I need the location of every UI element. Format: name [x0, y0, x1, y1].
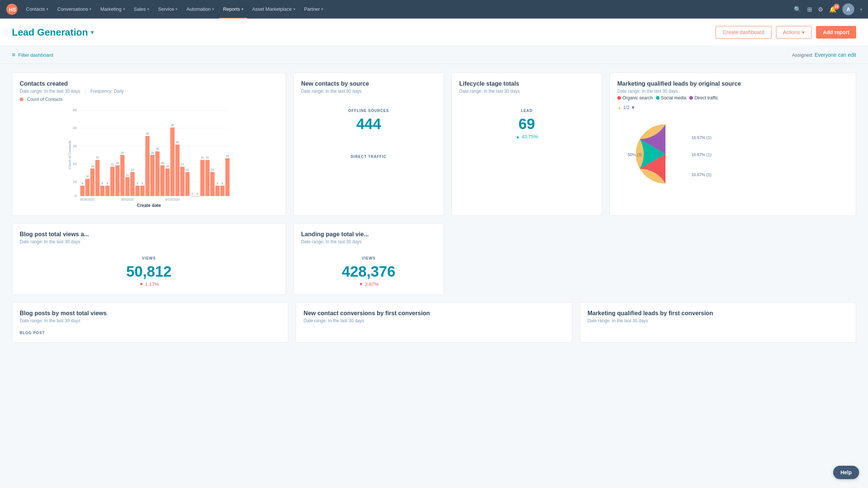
hubspot-logo[interactable]: HS [6, 3, 18, 15]
direct-traffic-label: DIRECT TRAFFIC [301, 155, 436, 159]
nav-reports[interactable]: Reports ▾ [219, 0, 247, 19]
card-date-blog-top: Date range: In the last 30 days [20, 318, 280, 323]
svg-text:16.67% (1): 16.67% (1) [691, 152, 711, 157]
svg-rect-17 [85, 179, 90, 196]
chevron-down-icon: ▾ [321, 7, 323, 11]
svg-text:30: 30 [73, 144, 77, 148]
nav-service[interactable]: Service ▾ [154, 0, 181, 19]
svg-text:6: 6 [142, 182, 143, 185]
svg-text:40: 40 [171, 124, 174, 126]
svg-text:18: 18 [161, 162, 164, 164]
nav-marketing[interactable]: Marketing ▾ [96, 0, 128, 19]
grid-icon[interactable]: ⊞ [807, 6, 812, 13]
svg-text:8/26/2020: 8/26/2020 [80, 198, 95, 201]
lead-value: 69 [459, 116, 594, 132]
blog-post-views-card: Blog post total views a... Date range: I… [12, 223, 286, 295]
dashboard-row-1: Contacts created Date range: In the last… [12, 73, 856, 216]
svg-text:9/5/2020: 9/5/2020 [121, 198, 134, 201]
dashboard-row-2: Blog posts by most total views Date rang… [12, 302, 856, 343]
svg-rect-37 [135, 186, 140, 196]
mql-first-conversion-card: Marketing qualified leads by first conve… [580, 302, 856, 343]
legend-dot [20, 98, 23, 101]
views-change-landing: ▼ 2.87% [301, 281, 436, 287]
svg-text:17: 17 [111, 163, 114, 166]
actions-chevron-icon: ▾ [802, 29, 805, 35]
svg-rect-51 [170, 128, 175, 196]
top-navigation: HS Contacts ▾ Conversations ▾ Marketing … [0, 0, 868, 19]
mql-by-source-card: Marketing qualified leads by original so… [609, 73, 856, 216]
svg-rect-21 [95, 160, 100, 196]
svg-rect-47 [160, 165, 165, 196]
header-actions: Create dashboard Actions ▾ Add report [716, 26, 856, 39]
svg-rect-29 [115, 165, 120, 196]
svg-text:14: 14 [211, 168, 214, 171]
blog-posts-top-card: Blog posts by most total views Date rang… [12, 302, 288, 343]
actions-button[interactable]: Actions ▾ [776, 26, 812, 39]
svg-text:22: 22 [226, 155, 229, 157]
svg-text:24: 24 [151, 151, 154, 154]
arrow-down-icon: ▼ [139, 281, 144, 287]
legend-direct: Direct traffic [689, 95, 718, 100]
settings-icon[interactable]: ⚙ [818, 6, 823, 13]
card-title-conversions: New contact conversions by first convers… [303, 310, 564, 317]
direct-dot [689, 96, 693, 100]
svg-rect-53 [175, 145, 180, 196]
card-date-mql-conversion: Date range: In the last 30 days [588, 318, 848, 323]
card-title-mql: Marketing qualified leads by original so… [617, 80, 848, 87]
svg-rect-73 [225, 158, 230, 196]
svg-text:21: 21 [206, 156, 209, 159]
svg-text:10: 10 [73, 179, 77, 184]
svg-text:20: 20 [73, 162, 77, 166]
arrow-down-triangle-icon: ▼ [631, 105, 635, 110]
card-title-lifecycle: Lifecycle stage totals [459, 80, 594, 87]
chevron-down-icon: ▾ [46, 7, 48, 11]
views-value-landing: 428,376 [301, 263, 436, 280]
assigned-value[interactable]: Everyone can edit [815, 52, 856, 58]
create-dashboard-button[interactable]: Create dashboard [716, 26, 771, 39]
svg-rect-27 [110, 167, 115, 196]
lead-change: ▲ 43.75% [459, 134, 594, 139]
svg-text:21: 21 [201, 156, 204, 159]
svg-text:16: 16 [91, 165, 94, 168]
nav-conversations[interactable]: Conversations ▾ [53, 0, 95, 19]
svg-text:21: 21 [96, 156, 99, 159]
page-title[interactable]: Lead Generation ▾ [12, 27, 93, 38]
nav-partner[interactable]: Partner ▾ [300, 0, 327, 19]
svg-text:HS: HS [9, 7, 16, 13]
notification-count: 19 [834, 4, 839, 10]
chevron-down-icon: ▾ [123, 7, 125, 11]
pie-chart-container: 50% (3) 16.67% (1) 16.67% (1) 16.67% (1) [617, 113, 848, 196]
search-icon[interactable]: 🔍 [794, 6, 801, 13]
svg-text:30: 30 [176, 141, 179, 144]
nav-automation[interactable]: Automation ▾ [183, 0, 218, 19]
views-change-blog: ▼ 1.17% [20, 281, 278, 287]
dashboard-toolbar: ≡ Filter dashboard Assigned: Everyone ca… [0, 46, 868, 64]
svg-rect-65 [205, 160, 210, 196]
svg-text:0: 0 [197, 192, 198, 195]
svg-text:6: 6 [102, 182, 103, 185]
legend-social: Social media [656, 95, 687, 100]
views-value-blog: 50,812 [20, 263, 278, 280]
nav-sales[interactable]: Sales ▾ [130, 0, 153, 19]
help-button[interactable]: Help [833, 466, 859, 479]
arrow-up-icon: ▲ [516, 134, 520, 139]
card-title-blog-top: Blog posts by most total views [20, 310, 280, 317]
nav-asset-marketplace[interactable]: Asset Marketplace ▾ [249, 0, 299, 19]
chevron-down-icon: ▾ [175, 7, 177, 11]
landing-page-views-card: Landing page total vie... Date range: In… [293, 223, 444, 295]
svg-text:0: 0 [75, 194, 76, 198]
card-meta-contacts: Date range: In the last 30 days | Freque… [20, 89, 278, 94]
card-title-contacts: Contacts created [20, 80, 278, 87]
nav-contacts[interactable]: Contacts ▾ [22, 0, 52, 19]
social-dot [656, 96, 660, 100]
notifications-icon[interactable]: 🔔 19 [829, 6, 836, 13]
new-contacts-by-source-card: New contacts by source Date range: In th… [293, 73, 444, 216]
svg-text:18: 18 [116, 162, 119, 164]
svg-text:14: 14 [186, 168, 189, 171]
svg-rect-43 [150, 155, 155, 196]
chevron-down-icon: ▾ [89, 7, 91, 11]
user-avatar[interactable]: A [842, 3, 854, 15]
svg-text:6: 6 [82, 182, 83, 185]
filter-dashboard-button[interactable]: ≡ Filter dashboard [12, 52, 53, 58]
add-report-button[interactable]: Add report [816, 26, 856, 39]
